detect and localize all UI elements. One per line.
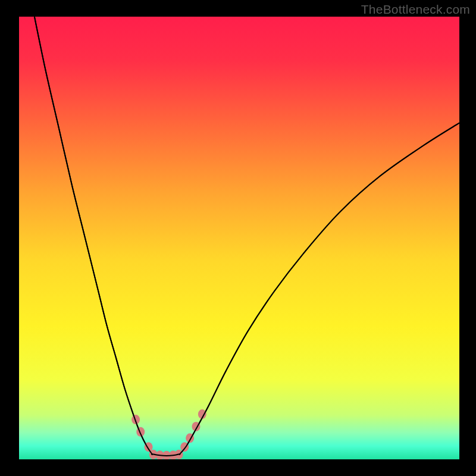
chart-stage: TheBottleneck.com	[0, 0, 476, 476]
watermark-text: TheBottleneck.com	[361, 2, 470, 17]
bottleneck-curve-chart	[0, 0, 476, 476]
